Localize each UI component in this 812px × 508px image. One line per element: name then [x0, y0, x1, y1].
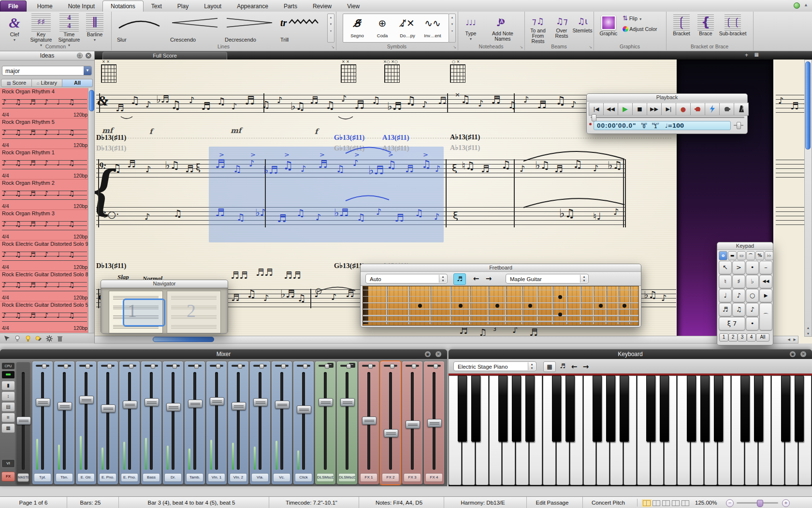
go-to-end-button[interactable]: ▶|	[661, 103, 676, 116]
playback-timeline-slider[interactable]	[591, 117, 744, 118]
tab-full-score[interactable]: Full Score	[102, 52, 227, 60]
tab-play[interactable]: Play	[170, 1, 196, 12]
keypad-tenuto-key[interactable]: –	[759, 261, 772, 274]
follow-notes-button[interactable]: ♬	[453, 273, 466, 285]
keypad-tab-more-notes[interactable]: ▬	[728, 251, 737, 260]
symbols-scroll[interactable]: ▲▼▾	[449, 14, 456, 43]
mixer-strip[interactable]: FX 3	[402, 361, 422, 484]
keypad-next-key[interactable]: ▶	[759, 289, 772, 302]
flip-button[interactable]: ⇅ Flip ▼	[623, 15, 665, 22]
vertical-scrollbar[interactable]: ▲ ▼	[804, 60, 812, 337]
mixer-strip[interactable]: Tbn.	[54, 361, 74, 484]
keyboard-sound-select[interactable]: Electric Stage Piano▲▼	[453, 361, 536, 371]
status-green-icon[interactable]	[794, 2, 800, 9]
symbols-dialog-launcher[interactable]: ↘	[453, 45, 456, 49]
vi-button[interactable]: VI	[1, 459, 15, 468]
fader-knob[interactable]	[232, 402, 246, 410]
fretboard-title[interactable]: Fretboard	[361, 264, 641, 272]
scroll-left-icon[interactable]: ◀	[788, 338, 790, 342]
voice-4-button[interactable]: 4	[747, 333, 756, 342]
keypad-quarter-key[interactable]: ♩	[719, 289, 732, 302]
tempo-handle[interactable]	[737, 122, 741, 129]
piano-black-key[interactable]	[525, 375, 535, 442]
mixer-title[interactable]: Mixer	[0, 349, 447, 359]
tab-text[interactable]: Text	[144, 1, 170, 12]
beams-to-from-rests-button[interactable]: ⁊♫ To and From Rests	[525, 15, 551, 44]
keypad-tie-key[interactable]: ⌒	[759, 303, 772, 330]
tab-appearance[interactable]: Appearance	[229, 1, 276, 12]
mixer-strip-selected[interactable]: FX 2	[380, 361, 401, 484]
stemlets-button[interactable]: ♫ι Stemlets	[572, 15, 593, 33]
keypad-eighth2-key[interactable]: ♪	[746, 303, 759, 316]
horizontal-scroll-thumb[interactable]	[153, 337, 214, 342]
next-note-button[interactable]: →	[483, 273, 494, 284]
idea-settings-icon[interactable]	[45, 335, 53, 343]
fader-knob[interactable]	[384, 429, 398, 437]
stepper-icon[interactable]: ▲▼	[580, 275, 588, 283]
tempo-slider[interactable]	[733, 121, 744, 130]
fader-knob[interactable]	[101, 404, 116, 413]
piano-black-key[interactable]	[606, 375, 615, 442]
piano-black-key[interactable]	[593, 375, 602, 442]
fader-knob[interactable]	[188, 400, 203, 408]
mixer-close-icon[interactable]: ✕	[435, 351, 441, 357]
mixer-strip-master[interactable]: MASTER	[16, 361, 30, 484]
fx-rail-button[interactable]: FX	[1, 472, 15, 481]
piano-black-key[interactable]	[687, 375, 696, 442]
view-panorama-icon[interactable]	[682, 500, 689, 506]
playback-title[interactable]: Playback	[587, 94, 747, 102]
keypad-title[interactable]: Keypad	[717, 242, 773, 250]
mixer-strip[interactable]: Dr.	[163, 361, 183, 484]
status-page[interactable]: Page 1 of 6	[0, 497, 67, 508]
mixer-strip[interactable]: Tpt.	[32, 361, 53, 484]
keypad-staccato-key[interactable]: •	[746, 261, 759, 274]
keypad-dot-key[interactable]: •	[746, 317, 759, 330]
live-tempo-icon[interactable]	[719, 103, 734, 116]
live-playback-icon[interactable]	[705, 103, 720, 116]
keypad-whole-key[interactable]: ○	[746, 289, 759, 302]
mixer-strip[interactable]: DLSMscD	[315, 361, 335, 484]
ideas-detach-icon[interactable]: ❐	[77, 53, 83, 59]
piano-black-key[interactable]	[512, 375, 521, 442]
edit-idea-icon[interactable]	[24, 335, 32, 343]
ideas-tab-library[interactable]: ⌂ Library	[32, 79, 62, 87]
mixer-strip[interactable]: Tamb.	[185, 361, 205, 484]
keypad-tab-beams[interactable]: ▭	[737, 251, 746, 260]
keypad-sharp-key[interactable]: ♯	[732, 275, 745, 288]
record-button[interactable]: ●	[676, 103, 691, 116]
clef-button[interactable]: & Clef▼	[3, 14, 26, 43]
fader-knob[interactable]	[123, 401, 137, 409]
ideas-scrollbar[interactable]	[88, 88, 94, 333]
zoom-handle[interactable]	[757, 500, 763, 507]
piano-black-key[interactable]	[740, 375, 750, 442]
navigator-viewport[interactable]	[123, 299, 165, 327]
fader-knob[interactable]	[427, 419, 442, 427]
fader-knob[interactable]	[145, 398, 159, 406]
decrescendo-button[interactable]: Decrescendo	[224, 15, 278, 45]
view-spreads-icon[interactable]	[662, 500, 670, 506]
graphic-button[interactable]: Graphic	[596, 15, 621, 36]
idea-item[interactable]: Rock Electric Guitar Distorted Solo 5♪ ♫…	[0, 301, 88, 332]
lines-dialog-launcher[interactable]: ↘	[331, 45, 334, 49]
segno-button[interactable]: Ꞩ̸ Segno	[345, 16, 369, 39]
brace-button[interactable]: { Brace	[695, 15, 716, 36]
keypad-accent-key[interactable]: >	[732, 261, 745, 274]
crescendo-button[interactable]: Crescendo	[169, 15, 222, 45]
mixer-show-meters-icon[interactable]: ▤	[1, 402, 15, 412]
keyboard-close-icon[interactable]: ✕	[800, 351, 806, 357]
mixer-strip[interactable]: FX 4	[424, 361, 444, 484]
fader-knob[interactable]	[16, 417, 31, 425]
mixer-strip[interactable]: Vln. 2	[228, 361, 248, 484]
view-single-page-icon[interactable]	[672, 500, 680, 506]
fader-knob[interactable]	[36, 398, 50, 406]
add-note-names-button[interactable]: ♪A Add Note Names	[485, 15, 521, 42]
zoom-value[interactable]: 125.00%	[695, 497, 717, 508]
slur-button[interactable]: Slur	[116, 15, 167, 45]
ideas-scroll-thumb[interactable]	[89, 90, 94, 111]
navigator-title[interactable]: Navigator	[101, 280, 228, 288]
piano-black-key[interactable]	[471, 375, 480, 442]
keypad-tab-notes[interactable]: o	[719, 251, 727, 260]
idea-item[interactable]: Rock Electric Guitar Distorted Solo 8♪ ♫…	[0, 271, 88, 301]
passage-selection[interactable]	[209, 147, 444, 242]
barline-button[interactable]: ∥ Barline▼	[83, 14, 106, 43]
